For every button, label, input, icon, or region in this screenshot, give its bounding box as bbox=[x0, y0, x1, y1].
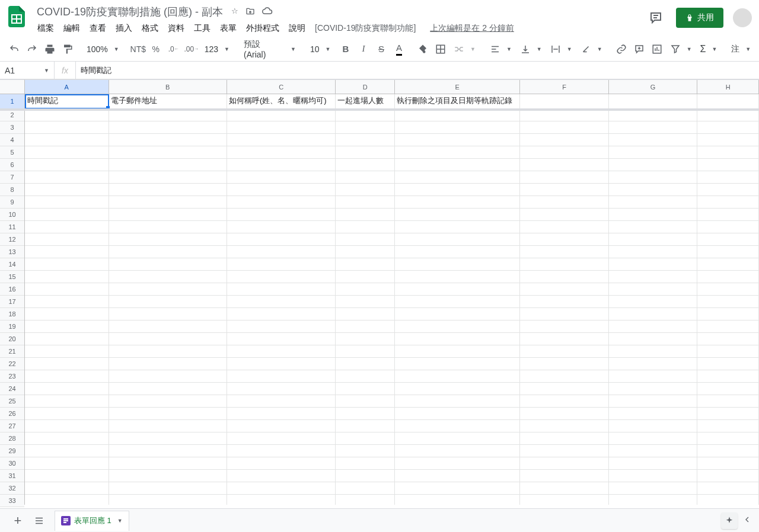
cell-C29[interactable] bbox=[227, 445, 336, 457]
cell-B20[interactable] bbox=[109, 333, 227, 345]
cell-D32[interactable] bbox=[336, 482, 395, 495]
cell-F33[interactable] bbox=[520, 495, 609, 505]
fill-color-button[interactable] bbox=[414, 41, 431, 57]
cell-G2[interactable] bbox=[609, 109, 698, 121]
cell-E32[interactable] bbox=[395, 482, 520, 495]
cell-H31[interactable] bbox=[697, 470, 759, 482]
cell-C3[interactable] bbox=[227, 121, 336, 134]
cell-A7[interactable] bbox=[25, 171, 109, 184]
row-header-23[interactable]: 23 bbox=[0, 370, 24, 383]
cell-A2[interactable] bbox=[25, 109, 109, 121]
cell-E26[interactable] bbox=[395, 408, 520, 420]
link-button[interactable] bbox=[613, 41, 630, 57]
cell-D33[interactable] bbox=[336, 495, 395, 505]
explore-button[interactable] bbox=[721, 512, 738, 529]
cell-G6[interactable] bbox=[609, 159, 698, 171]
cell-F30[interactable] bbox=[520, 457, 609, 470]
cell-H14[interactable] bbox=[697, 258, 759, 271]
cell-F2[interactable] bbox=[520, 109, 609, 121]
col-header-G[interactable]: G bbox=[609, 80, 698, 94]
cell-B8[interactable] bbox=[109, 184, 227, 196]
number-format-select[interactable]: 123▼ bbox=[201, 41, 233, 57]
percent-button[interactable]: % bbox=[148, 41, 164, 57]
cell-A3[interactable] bbox=[25, 121, 109, 134]
cell-H18[interactable] bbox=[697, 308, 759, 321]
cell-C18[interactable] bbox=[227, 308, 336, 321]
cell-C27[interactable] bbox=[227, 420, 336, 432]
cell-F6[interactable] bbox=[520, 159, 609, 171]
font-select[interactable]: 預設 (Arial)▼ bbox=[240, 41, 299, 57]
sheet-tab[interactable]: 表單回應 1 ▼ bbox=[55, 511, 129, 531]
zoom-select[interactable]: 100%▼ bbox=[83, 41, 123, 57]
add-sheet-button[interactable]: + bbox=[7, 510, 28, 531]
cell-B17[interactable] bbox=[109, 296, 227, 308]
cell-A23[interactable] bbox=[25, 370, 109, 383]
cell-B23[interactable] bbox=[109, 370, 227, 383]
row-header-2[interactable]: 2 bbox=[0, 109, 24, 121]
cell-E5[interactable] bbox=[395, 146, 520, 159]
cell-D2[interactable] bbox=[336, 109, 395, 121]
cell-H11[interactable] bbox=[697, 221, 759, 233]
cell-A14[interactable] bbox=[25, 258, 109, 271]
cell-D29[interactable] bbox=[336, 445, 395, 457]
cell-F18[interactable] bbox=[520, 308, 609, 321]
cell-E4[interactable] bbox=[395, 134, 520, 146]
merge-button[interactable]: ▼ bbox=[450, 41, 479, 57]
cell-H2[interactable] bbox=[697, 109, 759, 121]
cell-C2[interactable] bbox=[227, 109, 336, 121]
cell-B14[interactable] bbox=[109, 258, 227, 271]
cell-E14[interactable] bbox=[395, 258, 520, 271]
cell-A4[interactable] bbox=[25, 134, 109, 146]
side-panel-toggle[interactable] bbox=[742, 515, 752, 526]
col-header-B[interactable]: B bbox=[109, 80, 227, 94]
cell-D25[interactable] bbox=[336, 395, 395, 408]
row-header-6[interactable]: 6 bbox=[0, 159, 24, 171]
cell-F26[interactable] bbox=[520, 408, 609, 420]
cell-B12[interactable] bbox=[109, 233, 227, 246]
cell-C20[interactable] bbox=[227, 333, 336, 345]
col-header-C[interactable]: C bbox=[227, 80, 336, 94]
cell-D16[interactable] bbox=[336, 283, 395, 296]
cell-A16[interactable] bbox=[25, 283, 109, 296]
cell-C33[interactable] bbox=[227, 495, 336, 505]
cell-E16[interactable] bbox=[395, 283, 520, 296]
cell-C28[interactable] bbox=[227, 432, 336, 445]
cell-A27[interactable] bbox=[25, 420, 109, 432]
cell-H22[interactable] bbox=[697, 358, 759, 370]
cell-D11[interactable] bbox=[336, 221, 395, 233]
cell-E30[interactable] bbox=[395, 457, 520, 470]
cell-A29[interactable] bbox=[25, 445, 109, 457]
cell-H13[interactable] bbox=[697, 246, 759, 258]
share-button[interactable]: 共用 bbox=[676, 8, 723, 28]
cell-C17[interactable] bbox=[227, 296, 336, 308]
cell-G30[interactable] bbox=[609, 457, 698, 470]
cell-B30[interactable] bbox=[109, 457, 227, 470]
cell-C14[interactable] bbox=[227, 258, 336, 271]
cell-B26[interactable] bbox=[109, 408, 227, 420]
row-header-3[interactable]: 3 bbox=[0, 121, 24, 134]
cell-G13[interactable] bbox=[609, 246, 698, 258]
cell-E12[interactable] bbox=[395, 233, 520, 246]
redo-button[interactable] bbox=[24, 41, 40, 57]
italic-button[interactable]: I bbox=[355, 41, 372, 57]
row-header-12[interactable]: 12 bbox=[0, 233, 24, 246]
cell-F32[interactable] bbox=[520, 482, 609, 495]
cell-E15[interactable] bbox=[395, 271, 520, 283]
cell-G10[interactable] bbox=[609, 209, 698, 221]
bold-button[interactable]: B bbox=[337, 41, 354, 57]
cell-H28[interactable] bbox=[697, 432, 759, 445]
menu-編輯[interactable]: 編輯 bbox=[59, 21, 84, 36]
cell-A31[interactable] bbox=[25, 470, 109, 482]
paint-format-button[interactable] bbox=[59, 41, 76, 57]
cell-A28[interactable] bbox=[25, 432, 109, 445]
cell-H5[interactable] bbox=[697, 146, 759, 159]
decrease-decimal-button[interactable]: .0← bbox=[165, 41, 182, 57]
cell-C23[interactable] bbox=[227, 370, 336, 383]
cell-C12[interactable] bbox=[227, 233, 336, 246]
cell-D10[interactable] bbox=[336, 209, 395, 221]
cell-H6[interactable] bbox=[697, 159, 759, 171]
toolbar-collapse-button[interactable] bbox=[755, 41, 759, 57]
name-box[interactable]: A1▼ bbox=[0, 62, 55, 79]
cell-H32[interactable] bbox=[697, 482, 759, 495]
cell-E8[interactable] bbox=[395, 184, 520, 196]
